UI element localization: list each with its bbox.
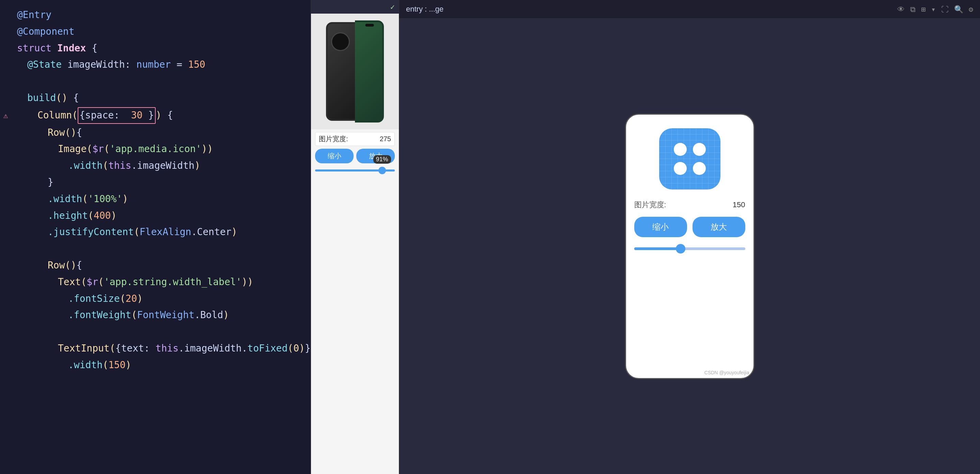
token: Column	[37, 108, 72, 123]
token: .width	[48, 192, 82, 207]
token: ))	[201, 141, 213, 157]
device-enlarge-button[interactable]: 放大	[692, 217, 745, 237]
token: )	[231, 225, 237, 240]
token: .height	[48, 208, 88, 224]
preview-controls: 图片宽度: 275 缩小 放大 91%	[311, 129, 399, 178]
preview-slider-container: 91%	[315, 166, 395, 175]
token: }	[48, 175, 54, 190]
preview-width-value: 275	[380, 135, 391, 143]
code-line: .width ( this .imageWidth )	[0, 157, 311, 174]
device-shrink-button[interactable]: 缩小	[634, 217, 687, 237]
token: ()	[65, 258, 76, 273]
app-icon-dot	[674, 143, 687, 156]
token: @State	[27, 57, 62, 73]
code-line	[0, 323, 311, 340]
token: (	[131, 308, 137, 323]
code-line: .height ( 400 )	[0, 208, 311, 224]
token: build	[27, 90, 56, 106]
token: .Center	[191, 225, 231, 240]
token: .fontWeight	[68, 308, 131, 323]
device-slider-fill	[634, 247, 681, 250]
token: TextInput	[58, 341, 110, 356]
right-device-container: 图片宽度: 150 缩小 放大 CSDN @youyoufeijia	[399, 19, 980, 474]
code-line	[0, 73, 311, 90]
token: (	[88, 208, 94, 224]
token: '100%'	[88, 192, 122, 207]
device-width-label: 图片宽度:	[634, 200, 666, 210]
device-slider-thumb[interactable]	[676, 244, 685, 254]
token: )	[137, 291, 143, 307]
expand-icon[interactable]: ⛶	[941, 5, 949, 14]
watermark-text: CSDN @youyoufeijia	[705, 370, 749, 375]
token: {	[67, 90, 79, 106]
code-line: Row () {	[0, 257, 311, 274]
highlight-token: {space: 30 }	[78, 107, 156, 124]
toolbar-icons: 👁 ⧉ ⊞ ▾ ⛶ 🔍 ⚙	[897, 5, 973, 14]
token: .width	[68, 158, 103, 174]
token: )	[194, 158, 200, 174]
token: =	[171, 57, 188, 73]
phone-notch	[365, 24, 374, 27]
chevron-down-icon[interactable]: ▾	[931, 5, 936, 14]
device-slider-track[interactable]	[634, 247, 745, 250]
token: )	[111, 208, 116, 224]
token: (	[72, 108, 78, 123]
app-icon-dot	[674, 162, 687, 175]
token: )	[126, 358, 132, 373]
preview-shrink-button[interactable]: 缩小	[315, 149, 353, 163]
eye-icon[interactable]: 👁	[897, 5, 905, 14]
app-icon-dot	[693, 143, 706, 156]
token: FontWeight	[137, 308, 194, 323]
checkmark-icon: ✓	[390, 3, 395, 11]
code-line: }	[0, 174, 311, 191]
token: @Entry	[17, 8, 51, 23]
token: {space:	[80, 109, 125, 121]
token: (	[98, 274, 104, 290]
token: (	[104, 141, 110, 157]
token: 30	[131, 109, 143, 121]
token: 400	[94, 208, 111, 224]
phone-right	[355, 21, 384, 122]
token: toFixed	[247, 341, 288, 356]
layers-icon[interactable]: ⧉	[910, 5, 916, 14]
token: .width	[68, 358, 103, 373]
code-line: .justifyContent ( FlexAlign .Center )	[0, 224, 311, 241]
preview-top-bar: ✓	[311, 0, 399, 14]
token: )	[122, 192, 128, 207]
phone-camera	[331, 32, 350, 51]
token: @Component	[17, 24, 75, 40]
code-line: @Entry	[0, 7, 311, 24]
token: ()	[56, 90, 67, 106]
device-buttons: 缩小 放大	[634, 217, 745, 237]
token: .fontSize	[68, 291, 120, 307]
grid-icon[interactable]: ⊞	[921, 5, 926, 14]
toolbar-entry-label: entry : ...ge	[406, 5, 444, 14]
token: FlexAlign	[140, 225, 191, 240]
code-line: .fontWeight ( FontWeight .Bold )	[0, 307, 311, 323]
token: Row	[48, 125, 65, 141]
device-width-row: 图片宽度: 150	[634, 200, 745, 210]
search-icon[interactable]: 🔍	[954, 5, 963, 14]
preview-slider-thumb[interactable]	[379, 167, 386, 174]
token: .Bold	[194, 308, 223, 323]
token: {text:	[116, 341, 156, 356]
code-line-error: Column ( {space: 30 } ) {	[0, 106, 311, 125]
preview-width-row: 图片宽度: 275	[315, 132, 395, 146]
token: number	[136, 57, 171, 73]
phone-screen-right	[355, 22, 382, 121]
token: 'app.string.width_label'	[104, 274, 242, 290]
settings-icon[interactable]: ⚙	[969, 5, 973, 14]
code-line: .width ( 150 )	[0, 357, 311, 374]
token: 20	[126, 291, 137, 307]
code-line: @State imageWidth: number = 150	[0, 57, 311, 73]
token: this	[156, 341, 178, 356]
token: {	[161, 108, 173, 123]
preview-slider-track[interactable]	[315, 170, 395, 171]
code-line: struct Index {	[0, 40, 311, 57]
token: .imageWidth.	[178, 341, 247, 356]
token: {	[76, 258, 82, 273]
token: (	[110, 341, 116, 356]
preview-device: 图片宽度: 275 缩小 放大 91%	[311, 14, 399, 474]
token: Index	[57, 41, 86, 56]
preview-width-label: 图片宽度:	[319, 135, 348, 144]
